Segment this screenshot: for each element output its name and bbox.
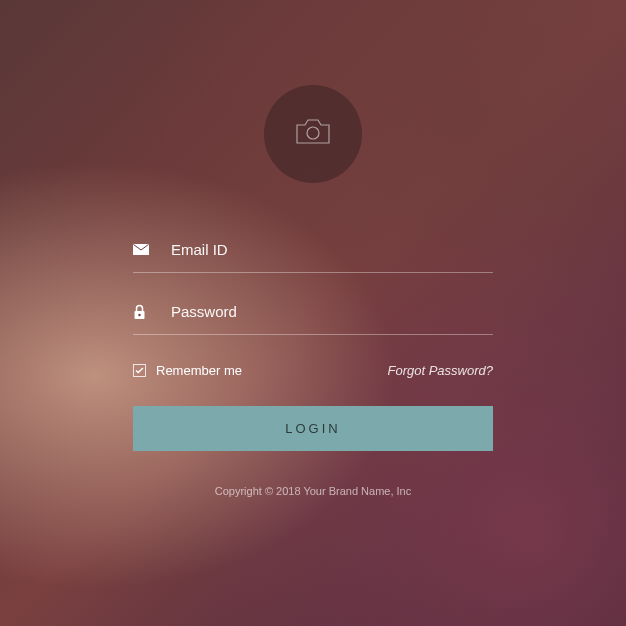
camera-icon (293, 117, 333, 151)
password-field[interactable] (161, 303, 493, 320)
remember-me-toggle[interactable]: Remember me (133, 363, 242, 378)
svg-point-0 (307, 127, 319, 139)
lock-icon (133, 304, 161, 320)
copyright-text: Copyright © 2018 Your Brand Name, Inc (133, 485, 493, 497)
password-field-row (133, 293, 493, 335)
avatar-circle[interactable] (264, 85, 362, 183)
remember-me-label: Remember me (156, 363, 242, 378)
email-field-row (133, 231, 493, 273)
email-field[interactable] (161, 241, 493, 258)
login-form: Remember me Forgot Password? LOGIN Copyr… (133, 231, 493, 497)
options-row: Remember me Forgot Password? (133, 363, 493, 378)
checkbox-icon (133, 364, 146, 377)
mail-icon (133, 244, 161, 255)
login-button[interactable]: LOGIN (133, 406, 493, 451)
forgot-password-link[interactable]: Forgot Password? (388, 363, 494, 378)
svg-point-3 (138, 313, 140, 315)
